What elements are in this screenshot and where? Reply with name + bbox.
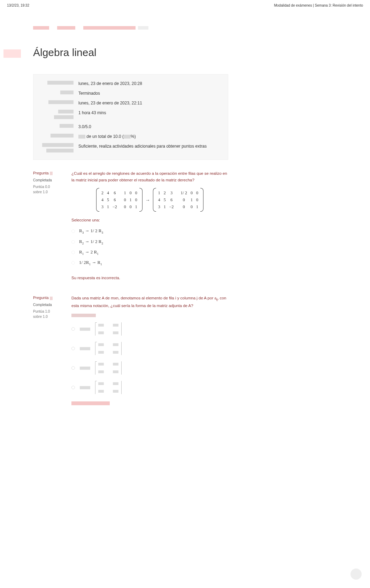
option[interactable]: 1/ 2R1 → R1: [71, 258, 228, 268]
option[interactable]: R3 → 1/ 2 R3: [71, 226, 228, 236]
option-label-redacted: [80, 386, 90, 389]
option-label-redacted: [80, 328, 90, 331]
option[interactable]: R2 → 1/ 2 R2: [71, 237, 228, 247]
sidebar-item[interactable]: [3, 41, 24, 49]
option-text: R1 → 2 R1: [79, 249, 99, 256]
summary-value: de un total de 10.0 (%): [78, 133, 223, 140]
question-score: Puntúa 0.0: [33, 184, 64, 189]
summary-label: [47, 81, 74, 85]
option-matrix: [95, 342, 122, 355]
summary-row: lunes, 23 de enero de 2023, 20:28: [33, 79, 228, 88]
breadcrumb-item[interactable]: [57, 26, 75, 30]
radio-icon: [71, 327, 75, 331]
question-text: Dada una matriz A de mxn, denotamos al e…: [71, 295, 228, 308]
radio-icon: [71, 386, 75, 389]
summary-value: lunes, 23 de enero de 2023, 20:28: [78, 80, 223, 87]
option[interactable]: [71, 322, 228, 336]
option[interactable]: [71, 361, 228, 375]
summary-row: Terminados: [33, 88, 228, 98]
breadcrumb-item-faded: [138, 26, 148, 30]
options-list: [71, 322, 228, 394]
summary-value: 3.0/5.0: [78, 124, 223, 130]
page-title: Álgebra lineal: [33, 45, 228, 60]
question-score: sobre 1.0: [33, 189, 64, 195]
summary-value: Terminados: [78, 90, 223, 96]
option-matrix: [95, 322, 122, 336]
matrix-equation: 246100 456010 31−2001 → 1231/ 200 456010…: [71, 188, 228, 212]
radio-icon: [71, 240, 75, 244]
summary-label: [51, 134, 74, 138]
question-block: Pregunta Completada Puntúa 1.0 sobre 1.0…: [33, 295, 228, 407]
option-text: 1/ 2R1 → R1: [79, 259, 102, 267]
summary-row: Suficiente, realiza actividades adiciona…: [33, 141, 228, 155]
summary-value: 1 hora 43 mins: [78, 110, 223, 120]
breadcrumb-item[interactable]: [83, 26, 136, 30]
matrix-left: 246100 456010 31−2001: [96, 188, 142, 212]
summary-label: [46, 149, 74, 152]
sidebar: [0, 21, 28, 95]
option[interactable]: R1 → 2 R1: [71, 247, 228, 258]
radio-icon: [71, 347, 75, 350]
option-label-redacted: [80, 367, 90, 370]
page-timestamp: 13/2/23, 19:32: [7, 3, 29, 8]
matrix-right: 1231/ 200 456010 31−2001: [153, 188, 203, 212]
radio-icon: [71, 251, 75, 254]
sidebar-item[interactable]: [3, 66, 24, 75]
summary-row: de un total de 10.0 (%): [33, 132, 228, 141]
option-matrix: [95, 381, 122, 394]
option-matrix: [95, 361, 122, 375]
page-doc-title: Modalidad de exámenes | Semana 3: Revisi…: [274, 3, 363, 8]
breadcrumb: [33, 25, 228, 31]
question-text: ¿Cuál es el arreglo de renglones de acue…: [71, 170, 228, 183]
sidebar-item[interactable]: [3, 58, 24, 66]
summary-value: Suficiente, realiza actividades adiciona…: [78, 143, 223, 154]
radio-icon: [71, 261, 75, 265]
sidebar-item[interactable]: [3, 75, 24, 83]
summary-label: [48, 100, 74, 104]
sidebar-item[interactable]: [3, 33, 24, 41]
feedback-text: Su respuesta es incorrecta.: [71, 275, 228, 281]
option-text: R2 → 1/ 2 R2: [79, 238, 103, 246]
summary-label: [42, 143, 74, 147]
options-list: R3 → 1/ 2 R3 R2 → 1/ 2 R2 R1 → 2 R1 1/ 2…: [71, 226, 228, 268]
summary-row: 1 hora 43 mins: [33, 108, 228, 122]
sidebar-item[interactable]: [3, 24, 24, 33]
arrow-icon: →: [145, 196, 150, 204]
summary-label: [58, 110, 74, 113]
breadcrumb-item[interactable]: [33, 26, 49, 30]
option[interactable]: [71, 342, 228, 355]
summary-label: [54, 115, 74, 119]
option-label-redacted: [80, 347, 90, 350]
radio-icon: [71, 366, 75, 370]
radio-icon: [71, 229, 75, 233]
option-text: R3 → 1/ 2 R3: [79, 227, 103, 235]
attempt-summary: lunes, 23 de enero de 2023, 20:28 Termin…: [33, 74, 228, 160]
question-number-label: Pregunta: [33, 170, 64, 176]
question-score: sobre 1.0: [33, 314, 64, 319]
option[interactable]: [71, 381, 228, 394]
summary-row: lunes, 23 de enero de 2023, 22:11: [33, 98, 228, 108]
question-status: Completada: [33, 302, 64, 307]
sidebar-item-active[interactable]: [3, 49, 21, 58]
question-status: Completada: [33, 178, 64, 183]
sidebar-item[interactable]: [3, 83, 24, 91]
summary-label: [60, 91, 74, 94]
question-number-label: Pregunta: [33, 295, 64, 301]
select-one-label: Seleccione una:: [71, 217, 228, 223]
select-one-label: [71, 314, 96, 317]
feedback-text: [71, 401, 228, 407]
summary-value: lunes, 23 de enero de 2023, 22:11: [78, 100, 223, 106]
question-score: Puntúa 1.0: [33, 309, 64, 314]
summary-label: [60, 124, 74, 128]
question-block: Pregunta Completada Puntúa 0.0 sobre 1.0…: [33, 170, 228, 281]
summary-row: 3.0/5.0: [33, 122, 228, 132]
